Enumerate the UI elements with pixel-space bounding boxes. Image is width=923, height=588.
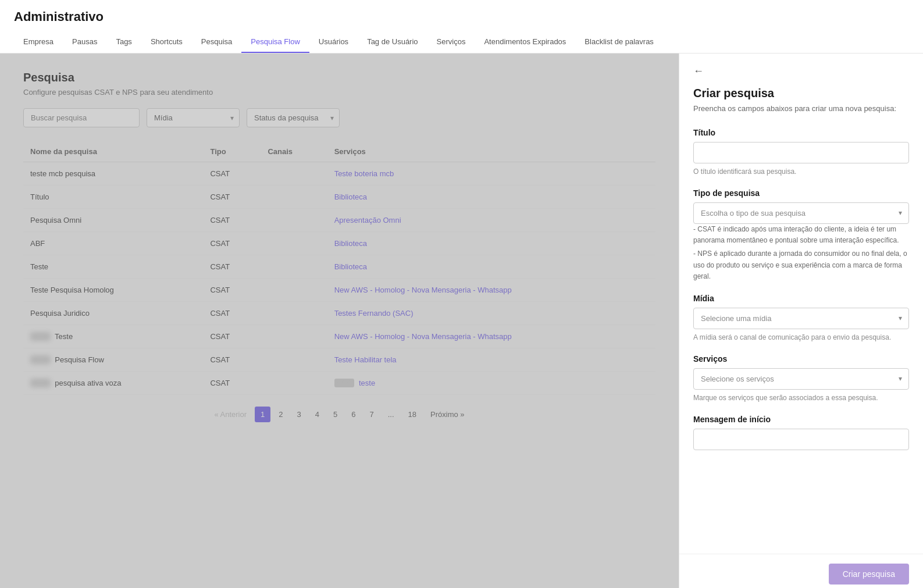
hint-midia: A mídia será o canal de comunicação para…	[693, 333, 909, 343]
desc-csat: - CSAT é indicado após uma interação do …	[693, 224, 909, 246]
nav-tab-pesquisa-flow[interactable]: Pesquisa Flow	[241, 31, 309, 53]
form-group-midia: Mídia Selecione uma mídia A mídia será o…	[693, 294, 909, 343]
page-header: Administrativo EmpresaPausasTagsShortcut…	[0, 0, 923, 54]
input-mensagem[interactable]	[693, 429, 909, 450]
form-group-titulo: Título O título identificará sua pesquis…	[693, 128, 909, 177]
input-titulo[interactable]	[693, 142, 909, 163]
blur-overlay	[0, 54, 679, 588]
select-midia[interactable]: Selecione uma mídia	[693, 308, 909, 329]
nav-tab-shortcuts[interactable]: Shortcuts	[141, 31, 192, 53]
nav-tabs: EmpresaPausasTagsShortcutsPesquisaPesqui…	[14, 31, 909, 53]
select-servicos[interactable]: Selecione os serviços	[693, 368, 909, 390]
nav-tab-servicos[interactable]: Serviços	[427, 31, 475, 53]
nav-tab-pesquisa[interactable]: Pesquisa	[192, 31, 241, 53]
select-servicos-wrap: Selecione os serviços	[693, 368, 909, 390]
desc-nps: - NPS é aplicado durante a jornada do co…	[693, 248, 909, 282]
right-panel: ← Criar pesquisa Preencha os campos abai…	[679, 54, 923, 588]
nav-tab-tag-usuario[interactable]: Tag de Usuário	[358, 31, 427, 53]
hint-servicos: Marque os serviços que serão associados …	[693, 393, 909, 403]
select-midia-wrap: Selecione uma mídia	[693, 308, 909, 329]
right-panel-body: Título O título identificará sua pesquis…	[679, 128, 923, 554]
nav-tab-atendimentos-expirados[interactable]: Atendimentos Expirados	[475, 31, 575, 53]
nav-tab-pausas[interactable]: Pausas	[63, 31, 106, 53]
label-servicos: Serviços	[693, 354, 909, 364]
select-tipo-wrap: Escolha o tipo de sua pesquisa CSAT NPS	[693, 202, 909, 224]
panel-subtitle: Preencha os campos abaixos para criar um…	[693, 104, 909, 114]
hint-titulo: O título identificará sua pesquisa.	[693, 167, 909, 177]
nav-tab-tags[interactable]: Tags	[106, 31, 141, 53]
label-titulo: Título	[693, 128, 909, 137]
form-group-tipo: Tipo de pesquisa Escolha o tipo de sua p…	[693, 188, 909, 282]
form-group-mensagem: Mensagem de início	[693, 415, 909, 450]
nav-tab-usuarios[interactable]: Usuários	[309, 31, 358, 53]
form-group-servicos: Serviços Selecione os serviços Marque os…	[693, 354, 909, 403]
label-mensagem: Mensagem de início	[693, 415, 909, 424]
right-panel-header: ← Criar pesquisa Preencha os campos abai…	[679, 54, 923, 128]
back-button[interactable]: ←	[693, 65, 704, 77]
page-title: Administrativo	[14, 9, 909, 24]
label-midia: Mídia	[693, 294, 909, 303]
nav-tab-blacklist[interactable]: Blacklist de palavras	[575, 31, 663, 53]
select-tipo[interactable]: Escolha o tipo de sua pesquisa CSAT NPS	[693, 202, 909, 224]
left-panel: Pesquisa Configure pesquisas CSAT e NPS …	[0, 54, 679, 588]
main-layout: Pesquisa Configure pesquisas CSAT e NPS …	[0, 54, 923, 588]
right-panel-footer: Criar pesquisa	[679, 554, 923, 588]
create-pesquisa-button[interactable]: Criar pesquisa	[829, 564, 909, 585]
nav-tab-empresa[interactable]: Empresa	[14, 31, 63, 53]
panel-title: Criar pesquisa	[693, 87, 909, 100]
label-tipo: Tipo de pesquisa	[693, 188, 909, 198]
